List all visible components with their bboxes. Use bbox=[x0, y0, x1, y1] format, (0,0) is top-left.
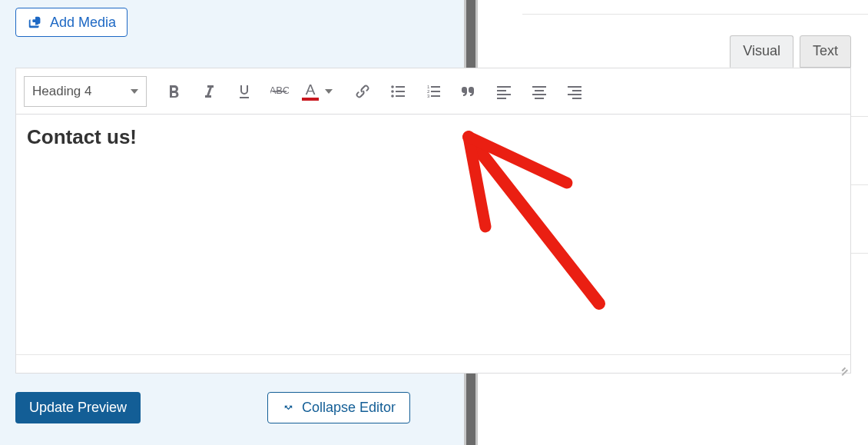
align-center-button[interactable] bbox=[523, 75, 555, 108]
tab-text-label: Text bbox=[813, 43, 838, 58]
editor-tabs: Visual Text bbox=[730, 35, 851, 68]
media-icon bbox=[27, 14, 44, 31]
text-color-button[interactable]: A bbox=[299, 75, 336, 108]
blockquote-button[interactable] bbox=[452, 75, 485, 108]
link-icon bbox=[353, 82, 372, 101]
svg-rect-19 bbox=[535, 90, 544, 91]
bold-button[interactable] bbox=[157, 75, 190, 108]
svg-rect-22 bbox=[568, 86, 581, 88]
editor-toolbar: Heading 4 ABC A bbox=[16, 68, 850, 115]
strikethrough-icon: ABC bbox=[270, 82, 289, 101]
bulleted-list-button[interactable] bbox=[382, 75, 414, 108]
editor-content-area[interactable]: Contact us! bbox=[16, 115, 850, 354]
link-button[interactable] bbox=[346, 75, 379, 108]
svg-point-2 bbox=[391, 85, 394, 88]
svg-text:ABC: ABC bbox=[270, 85, 289, 96]
svg-rect-18 bbox=[532, 86, 546, 88]
add-media-label: Add Media bbox=[50, 15, 116, 31]
chevron-down-icon bbox=[325, 89, 333, 94]
bold-icon bbox=[164, 82, 183, 101]
collapse-editor-button[interactable]: Collapse Editor bbox=[267, 392, 410, 423]
svg-rect-25 bbox=[572, 98, 581, 99]
text-color-icon: A bbox=[302, 82, 319, 101]
italic-icon bbox=[200, 82, 218, 101]
svg-rect-17 bbox=[497, 98, 506, 99]
strikethrough-button[interactable]: ABC bbox=[263, 75, 296, 108]
italic-button[interactable] bbox=[193, 75, 225, 108]
svg-rect-21 bbox=[535, 98, 544, 99]
editor-statusbar bbox=[16, 354, 850, 373]
svg-rect-23 bbox=[572, 90, 581, 91]
align-center-icon bbox=[530, 82, 548, 101]
svg-rect-15 bbox=[497, 90, 506, 91]
svg-rect-11 bbox=[431, 86, 440, 88]
numbered-list-button[interactable]: 123 bbox=[417, 75, 449, 108]
align-left-icon bbox=[495, 82, 513, 101]
svg-point-3 bbox=[391, 90, 394, 93]
align-right-button[interactable] bbox=[558, 75, 591, 108]
add-media-button[interactable]: Add Media bbox=[15, 8, 128, 37]
chevron-down-icon bbox=[131, 89, 138, 94]
tab-visual-label: Visual bbox=[743, 43, 780, 58]
svg-rect-5 bbox=[396, 86, 405, 88]
svg-rect-12 bbox=[431, 91, 440, 92]
collapse-icon bbox=[282, 402, 294, 414]
svg-rect-6 bbox=[396, 91, 405, 92]
svg-rect-16 bbox=[497, 94, 511, 95]
numbered-list-icon: 123 bbox=[424, 82, 442, 101]
format-dropdown[interactable]: Heading 4 bbox=[24, 76, 147, 107]
tab-text[interactable]: Text bbox=[800, 35, 851, 68]
tab-visual[interactable]: Visual bbox=[730, 35, 793, 68]
blockquote-icon bbox=[459, 82, 478, 101]
align-left-button[interactable] bbox=[488, 75, 520, 108]
divider-line bbox=[522, 14, 868, 15]
update-preview-label: Update Preview bbox=[29, 400, 127, 415]
bulleted-list-icon bbox=[389, 82, 407, 101]
svg-rect-13 bbox=[431, 95, 440, 97]
svg-rect-20 bbox=[532, 94, 546, 95]
svg-text:3: 3 bbox=[427, 94, 430, 98]
update-preview-button[interactable]: Update Preview bbox=[15, 392, 141, 423]
content-heading: Contact us! bbox=[27, 125, 840, 149]
resize-handle[interactable] bbox=[837, 360, 848, 370]
collapse-editor-label: Collapse Editor bbox=[302, 400, 396, 416]
format-dropdown-label: Heading 4 bbox=[32, 84, 92, 99]
svg-rect-14 bbox=[497, 86, 511, 88]
svg-point-4 bbox=[391, 95, 394, 98]
editor-frame: Heading 4 ABC A bbox=[15, 68, 851, 374]
svg-rect-7 bbox=[396, 95, 405, 97]
align-right-icon bbox=[565, 82, 584, 101]
underline-button[interactable] bbox=[228, 75, 260, 108]
svg-rect-24 bbox=[568, 94, 581, 95]
underline-icon bbox=[235, 82, 253, 101]
